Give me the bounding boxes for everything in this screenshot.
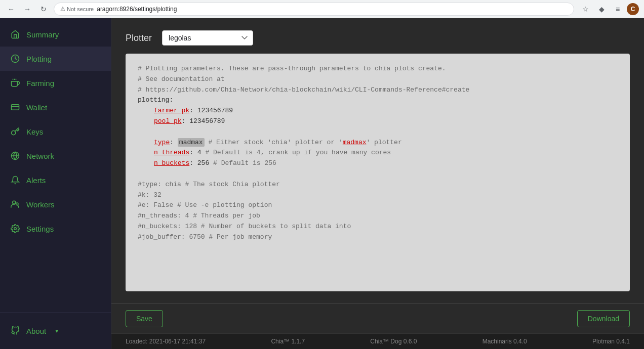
back-button[interactable]: ← bbox=[5, 3, 17, 15]
home-icon bbox=[10, 29, 20, 39]
app-container: Summary Plotting Farming bbox=[0, 18, 644, 349]
globe-icon bbox=[10, 151, 20, 161]
code-line: # https://github.com/Chia-Network/chia-b… bbox=[138, 85, 618, 96]
farming-icon bbox=[10, 78, 20, 88]
status-bar: Loaded: 2021-06-17 21:41:37 Chia™ 1.1.7 … bbox=[111, 333, 644, 349]
github-icon bbox=[10, 326, 20, 336]
sidebar-bottom: About ▼ bbox=[0, 312, 111, 349]
sidebar: Summary Plotting Farming bbox=[0, 18, 111, 349]
wallet-icon bbox=[10, 102, 20, 112]
code-line: #type: chia # The stock Chia plotter bbox=[138, 180, 618, 190]
chart-icon bbox=[10, 54, 20, 64]
code-line: # See documentation at bbox=[138, 74, 618, 85]
forward-button[interactable]: → bbox=[21, 3, 33, 15]
sidebar-item-plotting[interactable]: Plotting bbox=[0, 47, 111, 71]
svg-rect-4 bbox=[12, 105, 19, 110]
plotter-label: Plotter bbox=[126, 33, 152, 43]
code-line: n_buckets: 256 # Default is 256 bbox=[138, 158, 618, 169]
svg-point-10 bbox=[14, 228, 17, 230]
plotman-version: Plotman 0.4.1 bbox=[592, 338, 630, 345]
code-line bbox=[138, 169, 618, 180]
chia-dog-version: Chia™ Dog 0.6.0 bbox=[370, 338, 417, 345]
sidebar-item-summary[interactable]: Summary bbox=[0, 22, 111, 47]
browser-chrome: ← → ↻ ⚠ Not secure aragorn:8926/settings… bbox=[0, 0, 644, 18]
save-button[interactable]: Save bbox=[126, 310, 163, 327]
sidebar-nav: Summary Plotting Farming bbox=[0, 18, 111, 312]
about-label: About bbox=[26, 327, 46, 335]
key-icon bbox=[10, 126, 20, 137]
workers-icon bbox=[10, 199, 20, 209]
refresh-button[interactable]: ↻ bbox=[37, 3, 50, 15]
address-bar[interactable]: ⚠ Not secure aragorn:8926/settings/plott… bbox=[54, 3, 574, 16]
avatar: C bbox=[627, 3, 639, 15]
sidebar-item-label-settings: Settings bbox=[26, 225, 54, 233]
sidebar-item-label-plotting: Plotting bbox=[26, 55, 52, 63]
content-area: Plotter legolas madmax chia # Plotting p… bbox=[111, 18, 644, 303]
code-line bbox=[138, 127, 618, 138]
code-line: plotting: bbox=[138, 95, 618, 106]
about-dropdown-icon: ▼ bbox=[54, 328, 59, 334]
extensions-button[interactable]: ◆ bbox=[594, 2, 609, 16]
sidebar-item-workers[interactable]: Workers bbox=[0, 192, 111, 216]
about-button[interactable]: About ▼ bbox=[0, 319, 111, 343]
warning-icon: ⚠ bbox=[60, 6, 65, 12]
plotter-select[interactable]: legolas madmax chia bbox=[162, 30, 253, 46]
url-text: aragorn:8926/settings/plotting bbox=[97, 6, 177, 13]
sidebar-item-label-summary: Summary bbox=[26, 30, 59, 39]
code-line: #n_threads: 4 # Threads per job bbox=[138, 211, 618, 222]
download-button[interactable]: Download bbox=[577, 310, 630, 327]
chia-version: Chia™ 1.1.7 bbox=[271, 338, 305, 345]
code-line: pool_pk: 123456789 bbox=[138, 116, 618, 127]
sidebar-item-label-keys: Keys bbox=[26, 127, 43, 136]
plotter-row: Plotter legolas madmax chia bbox=[126, 30, 630, 46]
sidebar-item-network[interactable]: Network bbox=[0, 144, 111, 168]
sidebar-item-label-wallet: Wallet bbox=[26, 103, 47, 112]
menu-button[interactable]: ≡ bbox=[611, 2, 625, 16]
machinaris-version: Machinaris 0.4.0 bbox=[482, 338, 527, 345]
code-line: n_threads: 4 # Default is 4, crank up if… bbox=[138, 148, 618, 158]
gear-icon bbox=[10, 224, 20, 234]
code-line: # Plotting parameters. These are pass-th… bbox=[138, 64, 618, 74]
sidebar-item-settings[interactable]: Settings bbox=[0, 216, 111, 241]
svg-point-9 bbox=[16, 203, 19, 205]
code-line: #job_buffer: 6750 # Per job memory bbox=[138, 232, 618, 243]
bookmark-button[interactable]: ☆ bbox=[578, 2, 592, 16]
code-line: farmer_pk: 123456789 bbox=[138, 106, 618, 116]
code-editor[interactable]: # Plotting parameters. These are pass-th… bbox=[126, 54, 630, 291]
sidebar-item-alerts[interactable]: Alerts bbox=[0, 168, 111, 192]
action-bar: Save Download bbox=[111, 303, 644, 333]
sidebar-item-label-alerts: Alerts bbox=[26, 176, 46, 185]
not-secure-indicator: ⚠ Not secure bbox=[60, 6, 94, 12]
browser-actions: ☆ ◆ ≡ C bbox=[578, 2, 639, 16]
code-line: #k: 32 bbox=[138, 190, 618, 201]
code-line: type: madmax # Either stock 'chia' plott… bbox=[138, 138, 618, 148]
sidebar-item-label-network: Network bbox=[26, 152, 54, 160]
code-line: #e: False # Use -e plotting option bbox=[138, 200, 618, 211]
code-line: #n_buckets: 128 # Number of buckets to s… bbox=[138, 222, 618, 232]
sidebar-item-keys[interactable]: Keys bbox=[0, 119, 111, 144]
bell-icon bbox=[10, 175, 20, 185]
main-content: Plotter legolas madmax chia # Plotting p… bbox=[111, 18, 644, 349]
sidebar-item-label-workers: Workers bbox=[26, 200, 55, 209]
loaded-text: Loaded: 2021-06-17 21:41:37 bbox=[126, 338, 206, 345]
sidebar-item-wallet[interactable]: Wallet bbox=[0, 95, 111, 119]
sidebar-item-label-farming: Farming bbox=[26, 79, 54, 88]
svg-point-8 bbox=[13, 201, 16, 204]
sidebar-item-farming[interactable]: Farming bbox=[0, 71, 111, 95]
